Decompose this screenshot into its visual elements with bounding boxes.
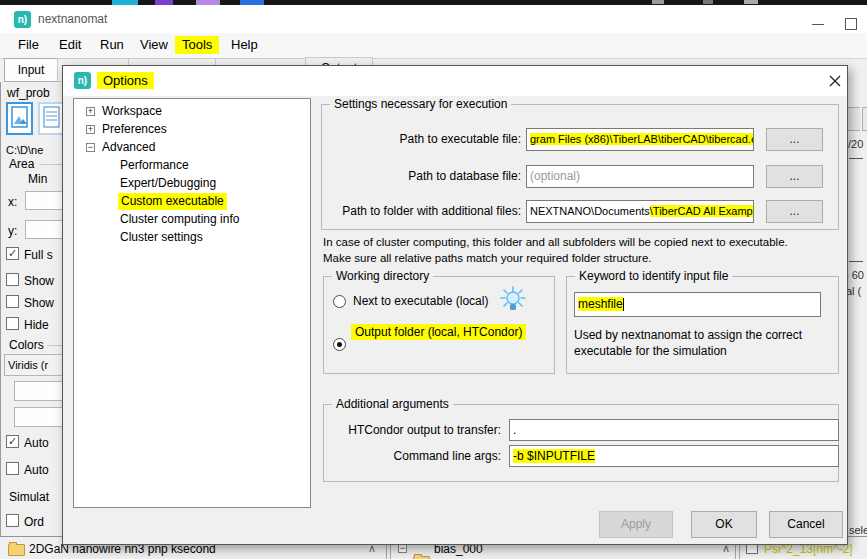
browse-db-button[interactable]: ... bbox=[766, 165, 823, 188]
browse-folder-button[interactable]: ... bbox=[766, 200, 823, 223]
tree-item-label: Preferences bbox=[102, 121, 167, 138]
colors-group-label: Colors bbox=[9, 338, 44, 352]
folder-path-highlight: \TiberCAD All Examples bbox=[650, 205, 754, 217]
text-cursor bbox=[623, 298, 624, 311]
axis-tick bbox=[849, 158, 863, 159]
maximize-icon[interactable] bbox=[845, 18, 857, 30]
y-label: y: bbox=[8, 224, 17, 238]
auto-label-1: Auto bbox=[24, 436, 49, 450]
keyword-value: meshfile bbox=[578, 297, 623, 311]
show-checkbox-2[interactable] bbox=[6, 295, 19, 308]
db-path-placeholder: (optional) bbox=[530, 169, 580, 183]
folder-path-plain: NEXTNANO\Documents bbox=[530, 205, 650, 217]
exec-path-label: Path to executable file: bbox=[321, 132, 521, 146]
menu-file[interactable]: File bbox=[11, 36, 46, 54]
x-label: x: bbox=[8, 195, 17, 209]
groupbox-title: Settings necessary for execution bbox=[330, 97, 511, 111]
keyword-input[interactable]: meshfile bbox=[574, 292, 821, 317]
groupbox-line bbox=[47, 345, 63, 346]
color-button-1[interactable] bbox=[14, 381, 63, 401]
show-checkbox-1[interactable] bbox=[6, 273, 19, 286]
auto-checkbox-2[interactable] bbox=[6, 462, 19, 475]
htcondor-output-value: . bbox=[513, 423, 516, 437]
radio-output-folder[interactable] bbox=[333, 338, 346, 351]
folder-path-input[interactable]: NEXTNANO\Documents\TiberCAD All Examples bbox=[526, 200, 754, 223]
menu-view[interactable]: View bbox=[133, 36, 175, 54]
groupbox-title: Additional arguments bbox=[332, 397, 453, 411]
groupbox-title: Keyword to identify input file bbox=[575, 269, 732, 283]
cmdline-args-label: Command line args: bbox=[323, 449, 501, 463]
browse-exec-button[interactable]: ... bbox=[766, 128, 823, 151]
minimize-icon[interactable] bbox=[812, 24, 824, 25]
order-label: Ord bbox=[24, 515, 44, 529]
collapse-icon[interactable]: − bbox=[398, 544, 407, 553]
radio-next-to-executable[interactable] bbox=[333, 295, 346, 308]
lightbulb-icon bbox=[500, 286, 526, 317]
order-checkbox[interactable] bbox=[6, 514, 19, 527]
app-title: nextnanomat bbox=[38, 11, 107, 28]
cluster-info-line2: Make sure all relative paths match your … bbox=[323, 252, 652, 264]
additional-args-groupbox: Additional arguments bbox=[323, 404, 839, 482]
db-path-input[interactable]: (optional) bbox=[526, 165, 754, 188]
tree-item-label: Expert/Debugging bbox=[120, 175, 216, 192]
htcondor-output-label: HTCondor output to transfer: bbox=[323, 423, 501, 437]
area-group-label: Area bbox=[9, 157, 34, 171]
nextnano-logo-icon: n) bbox=[14, 11, 31, 28]
exec-path-input[interactable]: gram Files (x86)\TiberLAB\tiberCAD\tiber… bbox=[526, 128, 754, 151]
menu-help[interactable]: Help bbox=[224, 36, 265, 54]
dialog-title: Options bbox=[97, 72, 154, 89]
axis-tick bbox=[849, 261, 863, 262]
radio-next-to-executable-label: Next to executable (local) bbox=[353, 294, 488, 308]
menu-tools[interactable]: Tools bbox=[175, 36, 219, 54]
screen: n) nextnanomat File Edit Run View Tools … bbox=[0, 0, 867, 559]
hide-label: Hide bbox=[24, 318, 49, 332]
collapse-icon[interactable]: − bbox=[86, 143, 95, 152]
radio-output-folder-label: Output folder (local, HTCondor) bbox=[351, 324, 526, 340]
db-path-label: Path to database file: bbox=[321, 169, 521, 183]
menu-run[interactable]: Run bbox=[93, 36, 131, 54]
keyword-help-line2: executable for the simulation bbox=[574, 344, 727, 358]
menu-edit[interactable]: Edit bbox=[52, 36, 88, 54]
date-fragment: /20 bbox=[848, 138, 863, 150]
colormap-select[interactable]: Viridis (r bbox=[4, 354, 63, 376]
tree-item-label: Cluster computing info bbox=[120, 211, 239, 228]
tree-item-label: Cluster settings bbox=[120, 229, 203, 246]
groupbox-title: Working directory bbox=[332, 269, 433, 283]
simulation-group-label: Simulat bbox=[9, 490, 49, 504]
hide-checkbox[interactable] bbox=[6, 317, 19, 330]
file-path-label: C:\D\ne bbox=[6, 144, 43, 156]
taskbar-chip bbox=[744, 0, 758, 4]
expand-icon[interactable]: + bbox=[86, 125, 95, 134]
options-dialog: n) Options + Workspace + Preferences − A… bbox=[62, 65, 848, 545]
tree-item-label: Performance bbox=[120, 157, 189, 174]
file-tab-label: wf_prob bbox=[7, 86, 50, 100]
full-scale-checkbox[interactable]: ✓ bbox=[6, 247, 19, 260]
tab-input[interactable]: Input bbox=[4, 58, 58, 82]
x-min-input[interactable] bbox=[25, 191, 63, 210]
cmdline-args-value: -b $INPUTFILE bbox=[513, 449, 595, 463]
apply-button[interactable]: Apply bbox=[599, 511, 673, 538]
dialog-titlebar: n) Options bbox=[63, 66, 847, 96]
auto-checkbox-1[interactable]: ✓ bbox=[6, 435, 19, 448]
close-icon[interactable] bbox=[824, 70, 846, 92]
text-fragment: sele bbox=[849, 524, 867, 536]
full-scale-label: Full s bbox=[24, 248, 53, 262]
cancel-button[interactable]: Cancel bbox=[769, 511, 843, 538]
left-panel: wf_prob C:\D\ne Area Min x: y: ✓ Full s bbox=[0, 82, 63, 536]
min-column-label: Min bbox=[28, 172, 47, 186]
text-view-icon[interactable] bbox=[38, 102, 63, 135]
partial-toolbar-button bbox=[847, 107, 860, 131]
cluster-info-line1: In case of cluster computing, this folde… bbox=[323, 236, 788, 248]
color-button-2[interactable] bbox=[14, 407, 63, 427]
ok-button[interactable]: OK bbox=[691, 511, 757, 538]
nextnano-logo-icon: n) bbox=[74, 72, 91, 89]
cmdline-args-input[interactable]: -b $INPUTFILE bbox=[509, 445, 839, 467]
groupbox-line bbox=[39, 164, 63, 165]
show-label-1: Show bbox=[24, 274, 54, 288]
show-label-2: Show bbox=[24, 296, 54, 310]
tree-item-label: Workspace bbox=[102, 103, 162, 120]
image-view-icon[interactable] bbox=[6, 102, 33, 135]
y-min-input[interactable] bbox=[25, 220, 63, 239]
htcondor-output-input[interactable]: . bbox=[509, 419, 839, 441]
expand-icon[interactable]: + bbox=[86, 107, 95, 116]
